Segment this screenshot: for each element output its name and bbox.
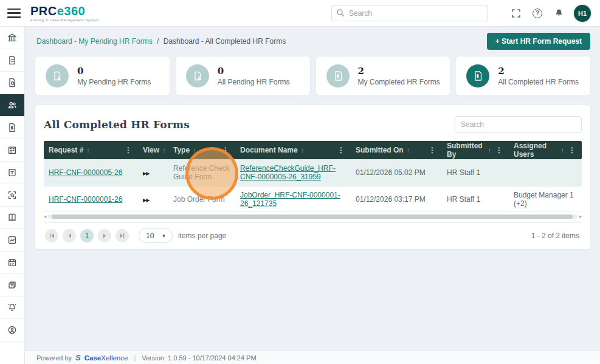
fullscreen-icon[interactable] xyxy=(511,8,522,19)
pagination-bar: 1 10 ▾ items per page 1 - 2 of 2 items xyxy=(44,222,582,249)
card-all-completed-hr-forms[interactable]: 2 All Completed HR Forms xyxy=(456,57,590,95)
column-header-request-number[interactable]: Request #↑⋮ xyxy=(44,141,138,159)
assigned-users: Budget Manager 1 (+2) xyxy=(514,191,574,208)
sort-asc-icon[interactable]: ↑ xyxy=(86,146,90,154)
institution-icon xyxy=(7,32,18,43)
document-name-link[interactable]: ReferenceCheckGuide_HRF-CNF-0000005-26_3… xyxy=(240,164,336,181)
scrollbar-track[interactable] xyxy=(48,215,578,219)
search-icon xyxy=(336,9,345,17)
scrollbar-thumb[interactable] xyxy=(52,215,573,219)
column-menu-icon[interactable]: ⋮ xyxy=(123,146,133,154)
sidebar-item-help[interactable] xyxy=(0,274,24,297)
completed-form-icon xyxy=(326,64,350,88)
submitted-by: HR Staff 1 xyxy=(447,195,480,204)
current-page-button[interactable]: 1 xyxy=(80,229,94,242)
app-window: PRCe360 e-Filing & Case Management Syste… xyxy=(0,0,600,364)
column-title: Submitted By xyxy=(447,142,485,159)
horizontal-scrollbar: ◂ ▸ xyxy=(44,214,582,219)
menu-toggle-icon[interactable] xyxy=(7,9,21,18)
pending-form-icon xyxy=(46,64,69,88)
topbar: PRCe360 e-Filing & Case Management Syste… xyxy=(0,0,600,27)
sidebar-item-calendar[interactable] xyxy=(0,252,24,274)
table-row[interactable]: HRF-CNF-0000001-26 ▶▶ Job Order Form Job… xyxy=(44,187,582,212)
card-my-completed-hr-forms[interactable]: 2 My Completed HR Forms xyxy=(316,57,450,95)
sort-asc-icon[interactable]: ↑ xyxy=(488,146,492,154)
items-per-page-label: items per page xyxy=(178,232,226,240)
sidebar-item-organization[interactable] xyxy=(0,139,24,162)
sidebar-item-directory[interactable] xyxy=(0,207,24,229)
sort-asc-icon[interactable]: ↑ xyxy=(561,146,565,154)
column-menu-icon[interactable]: ⋮ xyxy=(427,146,437,154)
first-page-button[interactable] xyxy=(45,229,58,242)
form-type: Job Order Form xyxy=(173,195,225,204)
column-menu-icon[interactable]: ⋮ xyxy=(567,146,577,154)
column-header-submitted-by[interactable]: Submitted By↑⋮ xyxy=(442,141,509,159)
scroll-left-icon[interactable]: ◂ xyxy=(44,214,47,219)
card-label: All Pending HR Forms xyxy=(218,78,290,86)
sort-asc-icon[interactable]: ↑ xyxy=(162,146,166,154)
submitted-by: HR Staff 1 xyxy=(447,168,480,177)
last-page-button[interactable] xyxy=(116,229,129,242)
sort-asc-icon[interactable]: ↑ xyxy=(407,146,410,154)
column-header-type[interactable]: Type↑⋮ xyxy=(168,141,235,159)
breadcrumb-current: Dashboard - All Completed HR Forms xyxy=(164,37,286,46)
column-menu-icon[interactable]: ⋮ xyxy=(336,146,346,154)
breadcrumb-separator: / xyxy=(157,37,159,46)
request-number-link[interactable]: HRF-CNF-0000001-26 xyxy=(49,195,122,204)
sort-asc-icon[interactable]: ↑ xyxy=(301,146,305,154)
document-name-link[interactable]: JobOrder_HRF-CNF-0000001-26_121735 xyxy=(240,191,340,208)
casexellence-brand: CaseXellence xyxy=(84,354,128,362)
sidebar-item-notifications[interactable] xyxy=(0,297,24,319)
document-template-icon xyxy=(7,167,18,178)
column-title: Type xyxy=(173,146,190,154)
request-number-link[interactable]: HRF-CNF-0000005-26 xyxy=(49,168,122,177)
app-logo-text: PRCe360 xyxy=(30,5,99,17)
start-hr-form-request-button[interactable]: + Start HR Form Request xyxy=(487,33,590,50)
page-size-value: 10 xyxy=(146,232,154,240)
card-all-pending-hr-forms[interactable]: 0 All Pending HR Forms xyxy=(176,57,310,95)
user-avatar[interactable]: H1 xyxy=(574,5,591,22)
breadcrumb: Dashboard - My Pending HR Forms / Dashbo… xyxy=(36,37,286,46)
app-logo[interactable]: PRCe360 e-Filing & Case Management Syste… xyxy=(30,5,99,22)
breadcrumb-link-pending[interactable]: Dashboard - My Pending HR Forms xyxy=(36,37,153,46)
scroll-right-icon[interactable]: ▸ xyxy=(579,214,582,219)
global-search-input[interactable] xyxy=(331,5,488,21)
column-header-view[interactable]: View↑ xyxy=(138,141,168,159)
sidebar-item-finance-forms[interactable] xyxy=(0,117,24,139)
document-icon xyxy=(7,55,18,66)
column-header-submitted-on[interactable]: Submitted On↑⋮ xyxy=(351,141,442,159)
sidebar-item-reports[interactable] xyxy=(0,229,24,252)
footer-separator: | xyxy=(134,354,136,362)
table-row[interactable]: HRF-CNF-0000005-26 ▶▶ Reference Check Gu… xyxy=(44,159,582,187)
column-menu-icon[interactable]: ⋮ xyxy=(494,146,504,154)
sort-asc-icon[interactable]: ↑ xyxy=(193,146,196,154)
card-my-pending-hr-forms[interactable]: 0 My Pending HR Forms xyxy=(35,57,170,95)
chevron-down-icon: ▾ xyxy=(162,233,165,239)
column-menu-icon[interactable]: ⋮ xyxy=(221,146,230,154)
version-label: Version: 1.0.59 - 10/17/2024 04:24 PM xyxy=(142,354,256,362)
column-title: Request # xyxy=(49,146,83,154)
page-range-label: 1 - 2 of 2 items xyxy=(531,232,579,240)
column-header-document-name[interactable]: Document Name↑⋮ xyxy=(235,141,351,159)
people-icon xyxy=(7,100,18,111)
column-header-assigned-users[interactable]: Assigned Users↑⋮ xyxy=(509,141,582,159)
card-value: 2 xyxy=(498,66,579,77)
table-search-input[interactable] xyxy=(455,116,582,133)
help-square-icon xyxy=(7,280,18,290)
sidebar-item-profile[interactable] xyxy=(0,319,24,342)
sidebar-item-people[interactable] xyxy=(0,94,24,117)
form-type: Reference Check Guide Form xyxy=(173,164,230,181)
next-page-button[interactable] xyxy=(98,229,111,242)
sidebar-item-case-search[interactable] xyxy=(0,72,24,94)
sidebar-item-record-search[interactable] xyxy=(0,184,24,207)
sidebar-item-forms[interactable] xyxy=(0,49,24,72)
help-icon[interactable]: ? xyxy=(532,8,543,19)
notifications-bell-icon[interactable] xyxy=(553,8,564,19)
sidebar-item-institution[interactable] xyxy=(0,27,24,49)
view-forward-icon[interactable]: ▶▶ xyxy=(143,171,149,176)
view-forward-icon[interactable]: ▶▶ xyxy=(143,197,149,203)
previous-page-button[interactable] xyxy=(63,229,76,242)
page-size-select[interactable]: 10 ▾ xyxy=(139,228,173,243)
user-circle-icon xyxy=(7,325,18,335)
sidebar-item-tasks[interactable] xyxy=(0,162,24,184)
